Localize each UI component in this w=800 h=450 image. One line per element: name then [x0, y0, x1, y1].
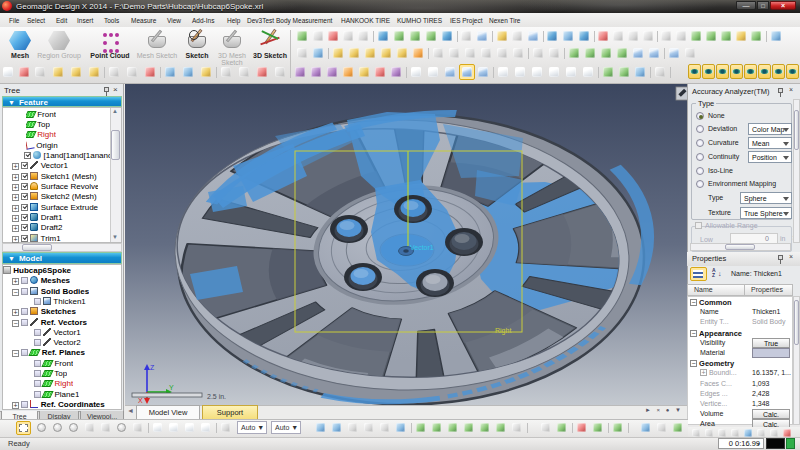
- svg-text:Y: Y: [169, 384, 174, 391]
- svg-text:Z: Z: [150, 364, 155, 371]
- svg-text:X: X: [138, 397, 143, 404]
- svg-text:Right: Right: [495, 327, 511, 335]
- svg-text:Vector1: Vector1: [410, 244, 434, 251]
- svg-text:2.5 in.: 2.5 in.: [207, 393, 226, 400]
